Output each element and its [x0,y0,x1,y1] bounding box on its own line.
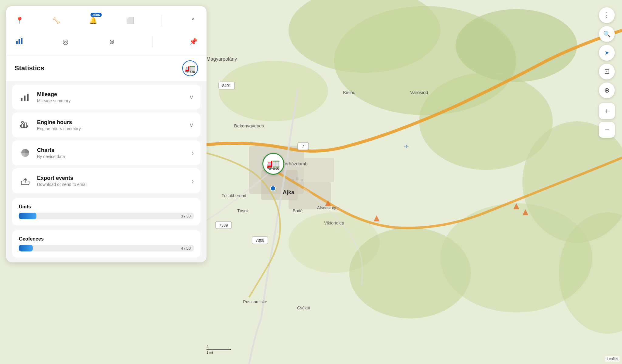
toolbar-row-2: ◎ ⊛ 📌 [12,33,200,51]
location-tab-button[interactable]: 📍 [12,13,27,28]
svg-text:Ajka: Ajka [283,189,295,195]
more-icon: ⋮ [603,11,610,19]
alerts-badge: 3686 [91,13,101,17]
engine-hours-card-left: Engine hours Engine hours summary [19,119,81,131]
svg-text:Kórházdomb: Kórházdomb [282,161,307,166]
statistics-title: Statistics [15,64,44,72]
toolbar: 📍 🦴 🔔 3686 ⬜ ⌃ [6,6,207,55]
zoom-in-button[interactable]: + [599,103,615,119]
leaflet-credit[interactable]: Leaflet [605,356,620,362]
selection-box-icon: ⬜ [126,17,134,25]
vehicle-icon: 🚛 [262,153,284,175]
geofence-tab-button[interactable]: ⬜ [123,13,137,28]
frame-icon: ⊡ [604,68,610,76]
mileage-chevron-down-icon: ∨ [189,93,194,101]
export-events-card-left: Export events Download or send to email [19,174,87,187]
svg-text:Tósok: Tósok [237,208,249,213]
svg-rect-50 [21,124,24,128]
charts-text: Charts By device data [37,147,65,159]
svg-text:Városiőd: Városiőd [410,90,428,95]
svg-text:Pusztamiske: Pusztamiske [243,299,267,304]
geofences-bar: 4 / 50 [19,245,194,251]
engine-hours-sublabel: Engine hours summary [37,126,81,131]
engine-hours-text: Engine hours Engine hours summary [37,119,81,131]
engine-hours-label: Engine hours [37,119,81,126]
map-controls-zoom: + − [599,103,615,138]
chevron-up-icon: ⌃ [191,17,195,24]
stats-tab-button[interactable] [12,35,27,49]
svg-text:7309: 7309 [256,238,265,243]
scale-label-1: 2 [207,345,231,349]
location-dot [270,186,276,191]
left-panel: 📍 🦴 🔔 3686 ⬜ ⌃ [6,6,207,262]
svg-text:8401: 8401 [222,83,231,88]
svg-point-52 [22,121,23,123]
mileage-sublabel: Mileage summary [37,98,70,103]
charts-label: Charts [37,147,65,153]
mileage-text: Mileage Mileage summary [37,91,70,103]
charts-icon [19,147,32,159]
units-bar-fill [19,213,36,219]
group-icon: ⊛ [109,38,114,46]
vehicle-marker[interactable]: 🚛 [262,153,284,175]
svg-rect-46 [21,38,22,44]
geofences-label: Geofences [19,236,194,242]
charts-chevron-right-icon: › [192,150,194,157]
vehicle-avatar-button[interactable]: 🚛 [182,60,198,76]
svg-rect-48 [24,96,26,101]
svg-rect-41 [292,179,294,181]
more-options-button[interactable]: ⋮ [599,7,615,23]
search-icon: 🔍 [603,30,611,38]
svg-text:Bakonygyepes: Bakonygyepes [234,123,264,128]
mileage-label: Mileage [37,91,70,98]
toolbar-row-1: 📍 🦴 🔔 3686 ⬜ ⌃ [12,12,200,30]
export-events-icon [19,174,32,187]
toolbar-divider-1 [162,15,162,26]
navigate-icon: ➤ [605,49,609,56]
svg-rect-42 [296,177,299,180]
units-label: Units [19,204,194,210]
collapse-button[interactable]: ⌃ [186,13,200,28]
svg-rect-43 [301,179,303,181]
svg-text:7339: 7339 [219,223,228,228]
charts-card[interactable]: Charts By device data › [12,140,200,165]
svg-rect-45 [19,39,20,44]
svg-rect-14 [304,158,334,182]
my-location-icon: ⊕ [604,86,610,94]
svg-point-2 [456,9,577,82]
geofences-bar-fill [19,245,33,251]
export-events-card[interactable]: Export events Download or send to email … [12,168,200,193]
engine-hours-icon [19,119,32,131]
units-bar: 3 / 30 [19,213,194,219]
leaflet-credit-label: Leaflet [607,357,618,361]
svg-text:Magyarpolány: Magyarpolány [207,56,237,62]
my-location-button[interactable]: ⊕ [599,83,615,98]
pin-button[interactable]: 📌 [186,35,200,49]
plus-icon: + [605,107,609,115]
alerts-tab-button[interactable]: 🔔 3686 [86,13,101,28]
svg-text:Tósokberend: Tósokberend [221,193,246,198]
frame-selection-button[interactable]: ⊡ [599,64,615,79]
minus-icon: − [605,126,609,134]
cards-area: Mileage Mileage summary ∨ [6,81,207,198]
mileage-card[interactable]: Mileage Mileage summary ∨ [12,85,200,110]
svg-rect-47 [21,98,22,101]
tracking-tab-button[interactable]: 🦴 [49,13,63,28]
zoom-out-button[interactable]: − [599,122,615,138]
scale-line [207,349,231,350]
export-events-label: Export events [37,175,87,181]
pin-icon: 📌 [189,38,197,46]
search-button[interactable]: 🔍 [599,26,615,42]
svg-rect-49 [27,94,29,101]
export-events-text: Export events Download or send to email [37,175,87,187]
charts-sublabel: By device data [37,154,65,159]
engine-hours-card[interactable]: Engine hours Engine hours summary ∨ [12,113,200,137]
group-tab-button[interactable]: ⊛ [104,35,119,49]
statistics-header: Statistics 🚛 [6,55,207,81]
sensor-tab-button[interactable]: ◎ [58,35,73,49]
scale-bar: 2 1 mi [207,345,231,354]
svg-text:7: 7 [302,144,304,149]
navigate-button[interactable]: ➤ [599,45,615,61]
svg-text:Bodé: Bodé [293,208,303,213]
geofences-section: Geofences 4 / 50 [12,230,200,258]
